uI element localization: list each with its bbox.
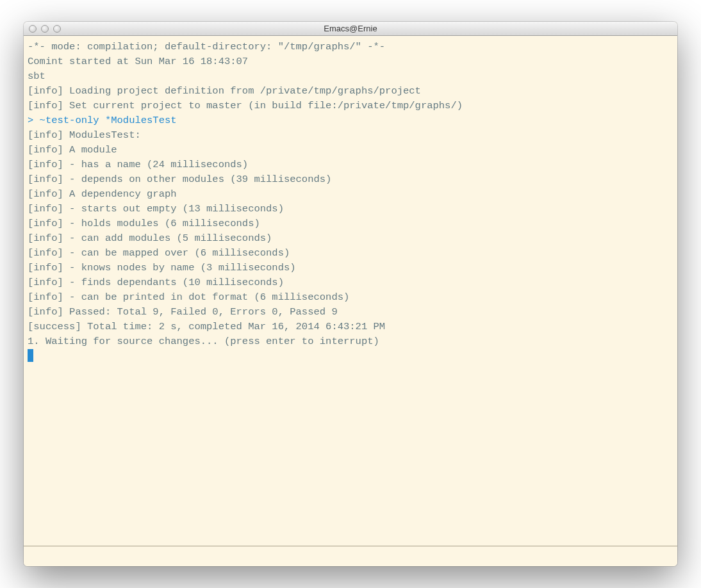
minibuffer[interactable] (24, 546, 677, 566)
compilation-buffer[interactable]: -*- mode: compilation; default-directory… (24, 36, 677, 546)
mode-line: -*- mode: compilation; default-directory… (28, 40, 673, 54)
test-result-line: [info] - depends on other modules (39 mi… (28, 172, 673, 187)
zoom-button[interactable] (53, 25, 61, 33)
info-line: [info] A module (28, 143, 673, 158)
waiting-line: 1. Waiting for source changes... (press … (28, 334, 673, 349)
window-title: Emacs@Ernie (24, 24, 677, 33)
success-line: [success] Total time: 2 s, completed Mar… (28, 320, 673, 334)
test-result-line: [info] - can be printed in dot format (6… (28, 290, 673, 305)
close-button[interactable] (29, 25, 37, 33)
titlebar[interactable]: Emacs@Ernie (24, 22, 677, 36)
test-result-line: [info] - finds dependants (10 millisecon… (28, 275, 673, 290)
info-line: [info] A dependency graph (28, 187, 673, 202)
sbt-prompt-line: > ~test-only *ModulesTest (28, 113, 673, 128)
test-result-line: [info] - holds modules (6 milliseconds) (28, 216, 673, 231)
info-line: [info] ModulesTest: (28, 128, 673, 143)
text-cursor (28, 349, 33, 362)
traffic-lights (29, 25, 61, 33)
test-result-line: [info] - knows nodes by name (3 millisec… (28, 261, 673, 275)
comint-start-line: Comint started at Sun Mar 16 18:43:07 (28, 54, 673, 69)
cursor-line (28, 349, 673, 364)
test-result-line: [info] - has a name (24 milliseconds) (28, 158, 673, 172)
test-result-line: [info] - can add modules (5 milliseconds… (28, 231, 673, 246)
test-result-line: [info] - starts out empty (13 millisecon… (28, 202, 673, 216)
sbt-command-line: sbt (28, 69, 673, 84)
test-summary-line: [info] Passed: Total 9, Failed 0, Errors… (28, 305, 673, 320)
info-line: [info] Set current project to master (in… (28, 99, 673, 113)
info-line: [info] Loading project definition from /… (28, 84, 673, 99)
emacs-window: Emacs@Ernie -*- mode: compilation; defau… (24, 22, 677, 566)
minimize-button[interactable] (41, 25, 49, 33)
test-result-line: [info] - can be mapped over (6 milliseco… (28, 246, 673, 261)
